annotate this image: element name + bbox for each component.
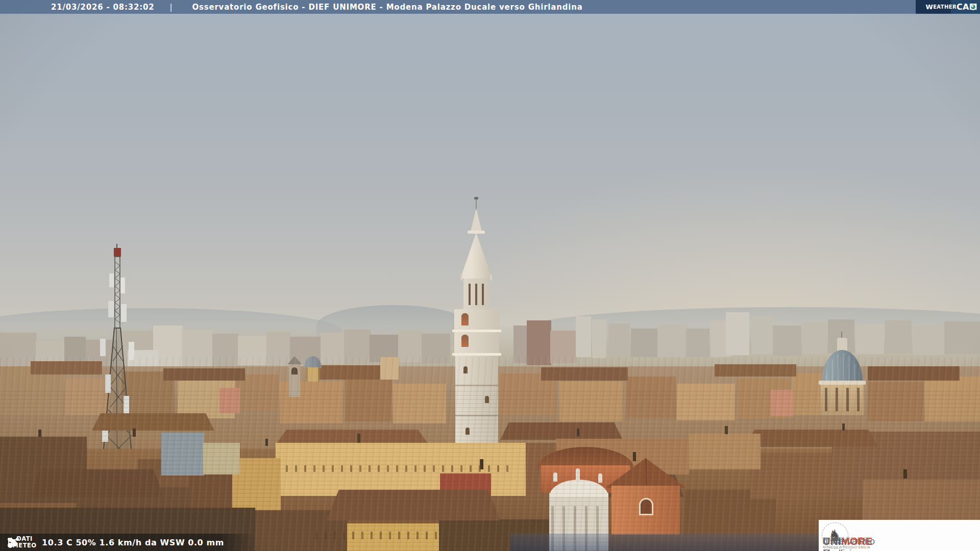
precipitation-value: 0.0 mm: [188, 538, 224, 547]
umbrella-icon: ☂: [8, 538, 16, 547]
osd-top-bar: 21/03/2026 - 08:32:02 | Osservatorio Geo…: [0, 0, 980, 14]
weather-data-bar: DATI METEO 10.3 C 50% 1.6 km/h da WSW ☂ …: [0, 534, 255, 551]
unimore-logo-box: ♞ UNIMORE UNIVERSITÀ DEGLI STUDI DI MODE…: [819, 520, 980, 551]
wind-value: 1.6 km/h da WSW: [100, 538, 185, 547]
timestamp: 21/03/2026 - 08:32:02: [51, 3, 155, 12]
page-title: Osservatorio Geofisico - DIEF UNIMORE - …: [192, 3, 582, 12]
vignette: [0, 0, 980, 551]
separator: |: [170, 3, 173, 12]
weathercam-logo: W EATHER CAM: [916, 0, 980, 14]
webcam-photo: [0, 0, 980, 551]
temperature-value: 10.3 C: [42, 538, 72, 547]
humidity-value: 50%: [76, 538, 96, 547]
globe-lens-icon: [970, 4, 976, 10]
webcam-page: 21/03/2026 - 08:32:02 | Osservatorio Geo…: [0, 0, 980, 551]
